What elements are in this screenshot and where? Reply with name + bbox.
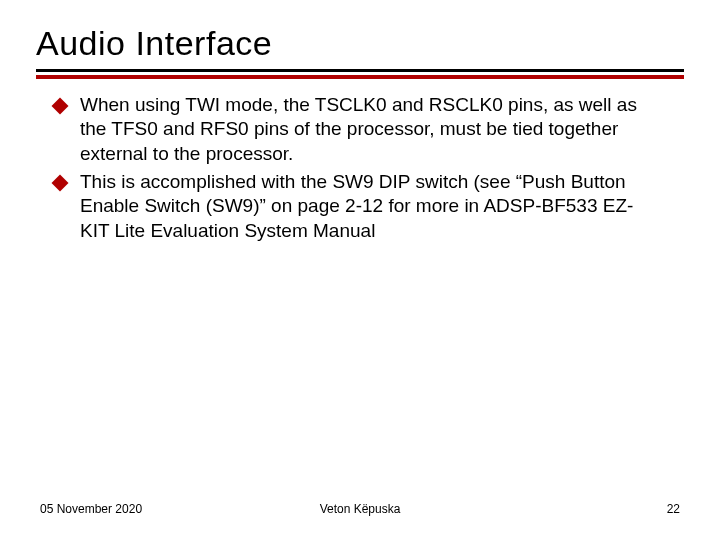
bullet-text: This is accomplished with the SW9 DIP sw… [80,170,640,243]
title-rule [36,69,684,75]
footer-date: 05 November 2020 [40,502,142,516]
bullet-item: When using TWI mode, the TSCLK0 and RSCL… [54,93,676,166]
footer-page: 22 [667,502,680,516]
footer-author: Veton Këpuska [320,502,401,516]
content-area: When using TWI mode, the TSCLK0 and RSCL… [36,75,684,243]
diamond-icon [52,174,69,191]
diamond-icon [52,98,69,115]
bullet-item: This is accomplished with the SW9 DIP sw… [54,170,676,243]
slide-title: Audio Interface [36,24,684,63]
footer: 05 November 2020 Veton Këpuska 22 [0,502,720,516]
slide: Audio Interface When using TWI mode, the… [0,0,720,540]
bullet-text: When using TWI mode, the TSCLK0 and RSCL… [80,93,640,166]
